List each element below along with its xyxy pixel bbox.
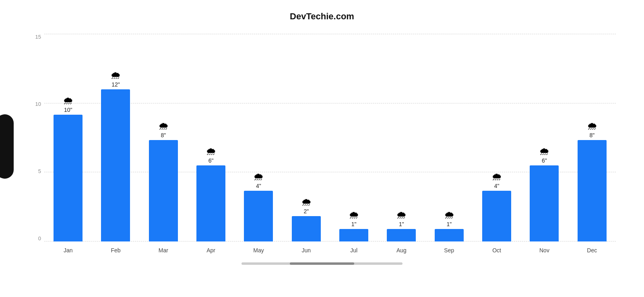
bar-group-nov: 🌧6" <box>520 146 568 241</box>
bar-value-mar: 8" <box>161 132 166 138</box>
bar-mar <box>149 140 178 241</box>
rain-icon-mar: 🌧 <box>158 121 169 131</box>
bar-value-dec: 8" <box>589 132 594 138</box>
bar-sep <box>435 229 464 241</box>
bar-value-may: 4" <box>256 183 261 189</box>
bar-label-jun: 🌧2" <box>301 197 312 214</box>
bar-group-mar: 🌧8" <box>140 121 187 241</box>
bar-label-dec: 🌧8" <box>587 121 597 138</box>
bar-dec <box>578 140 607 241</box>
left-scroll-pill[interactable] <box>0 114 14 179</box>
bar-value-jun: 2" <box>303 208 309 214</box>
bar-jul <box>339 229 368 241</box>
bar-may <box>244 191 273 241</box>
bar-label-feb: 🌧12" <box>110 70 121 88</box>
bar-label-apr: 🌧6" <box>206 146 216 164</box>
bar-label-jan: 🌧10" <box>63 95 73 113</box>
bar-jun <box>292 216 321 241</box>
x-labels-row: JanFebMarAprMayJunJulAugSepOctNovDec <box>44 241 616 259</box>
rain-icon-oct: 🌧 <box>491 171 502 182</box>
x-label-mar: Mar <box>140 247 187 254</box>
chart-area: 🌧10"🌧12"🌧8"🌧6"🌧4"🌧2"🌧1"🌧1"🌧1"🌧4"🌧6"🌧8" J… <box>44 34 616 259</box>
bar-jan <box>54 115 83 241</box>
scrollbar-thumb[interactable] <box>290 262 354 265</box>
bar-label-mar: 🌧8" <box>158 121 169 138</box>
chart-container: 15 10 5 0 🌧10"🌧12"🌧8"🌧6"🌧4"🌧2"🌧1"🌧1"🌧1"🌧… <box>28 34 616 259</box>
y-label-5: 5 <box>28 168 44 174</box>
bar-group-jan: 🌧10" <box>44 95 92 241</box>
rain-icon-aug: 🌧 <box>396 210 407 220</box>
bars-row: 🌧10"🌧12"🌧8"🌧6"🌧4"🌧2"🌧1"🌧1"🌧1"🌧4"🌧6"🌧8" <box>44 34 616 241</box>
bar-label-aug: 🌧1" <box>396 210 407 227</box>
bar-group-apr: 🌧6" <box>187 146 235 241</box>
bar-label-oct: 🌧4" <box>491 171 502 189</box>
bar-group-oct: 🌧4" <box>473 171 520 241</box>
y-label-10: 10 <box>28 101 44 107</box>
y-axis: 15 10 5 0 <box>28 34 44 259</box>
x-label-feb: Feb <box>92 247 139 254</box>
rain-icon-jan: 🌧 <box>63 95 73 106</box>
bar-nov <box>530 165 559 241</box>
x-label-jun: Jun <box>283 247 330 254</box>
bar-group-jul: 🌧1" <box>330 210 378 241</box>
bar-apr <box>196 165 225 241</box>
rain-icon-may: 🌧 <box>253 171 264 182</box>
rain-icon-sep: 🌧 <box>444 210 454 220</box>
bar-group-dec: 🌧8" <box>568 121 616 241</box>
x-label-sep: Sep <box>425 247 473 254</box>
scrollbar-container[interactable] <box>242 262 402 265</box>
rain-icon-jun: 🌧 <box>301 197 312 207</box>
x-label-dec: Dec <box>568 247 616 254</box>
bar-label-may: 🌧4" <box>253 171 264 189</box>
bar-group-may: 🌧4" <box>235 171 282 241</box>
bar-value-oct: 4" <box>494 183 500 189</box>
bar-group-jun: 🌧2" <box>283 197 330 241</box>
bar-value-jul: 1" <box>351 221 357 227</box>
x-label-jan: Jan <box>44 247 92 254</box>
bar-value-jan: 10" <box>64 107 72 113</box>
bar-group-sep: 🌧1" <box>425 210 473 241</box>
x-label-apr: Apr <box>187 247 235 254</box>
bar-value-aug: 1" <box>399 221 404 227</box>
bar-group-aug: 🌧1" <box>378 210 425 241</box>
y-label-15: 15 <box>28 34 44 40</box>
x-label-nov: Nov <box>520 247 568 254</box>
bar-aug <box>387 229 416 241</box>
rain-icon-jul: 🌧 <box>349 210 359 220</box>
bar-value-sep: 1" <box>446 221 452 227</box>
y-label-0: 0 <box>28 235 44 241</box>
rain-icon-feb: 🌧 <box>110 70 121 80</box>
bar-label-sep: 🌧1" <box>444 210 454 227</box>
x-label-aug: Aug <box>378 247 425 254</box>
x-label-oct: Oct <box>473 247 520 254</box>
rain-icon-apr: 🌧 <box>206 146 216 157</box>
bar-feb <box>101 89 130 241</box>
bar-value-apr: 6" <box>208 157 214 164</box>
x-label-jul: Jul <box>330 247 378 254</box>
page-title: DevTechie.com <box>290 11 354 22</box>
rain-icon-dec: 🌧 <box>587 121 597 131</box>
x-label-may: May <box>235 247 282 254</box>
bar-group-feb: 🌧12" <box>92 70 139 241</box>
bar-value-feb: 12" <box>111 81 120 88</box>
bar-label-nov: 🌧6" <box>539 146 549 164</box>
bar-label-jul: 🌧1" <box>349 210 359 227</box>
bar-value-nov: 6" <box>542 157 547 164</box>
rain-icon-nov: 🌧 <box>539 146 549 157</box>
bar-oct <box>482 191 511 241</box>
